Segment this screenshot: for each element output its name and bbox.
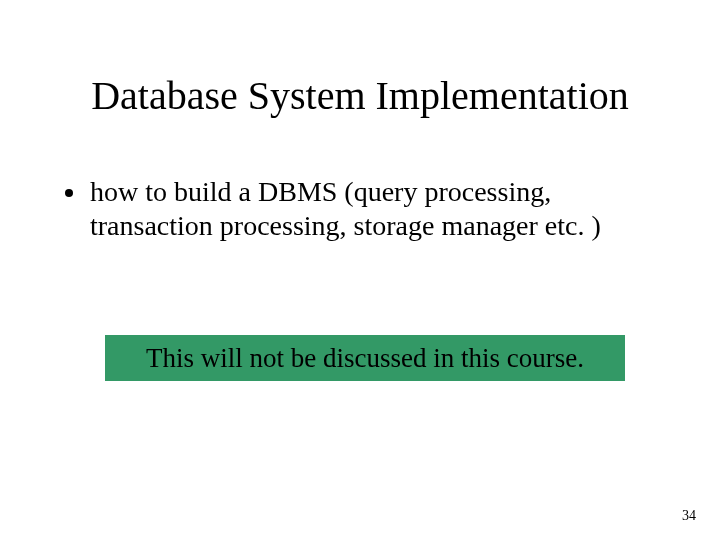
page-number: 34 (682, 508, 696, 524)
slide-title: Database System Implementation (0, 72, 720, 119)
note-text: This will not be discussed in this cours… (146, 343, 584, 374)
bullet-list: how to build a DBMS (query processing, t… (62, 175, 662, 243)
slide: Database System Implementation how to bu… (0, 0, 720, 540)
note-box: This will not be discussed in this cours… (105, 335, 625, 381)
bullet-item: how to build a DBMS (query processing, t… (88, 175, 662, 243)
